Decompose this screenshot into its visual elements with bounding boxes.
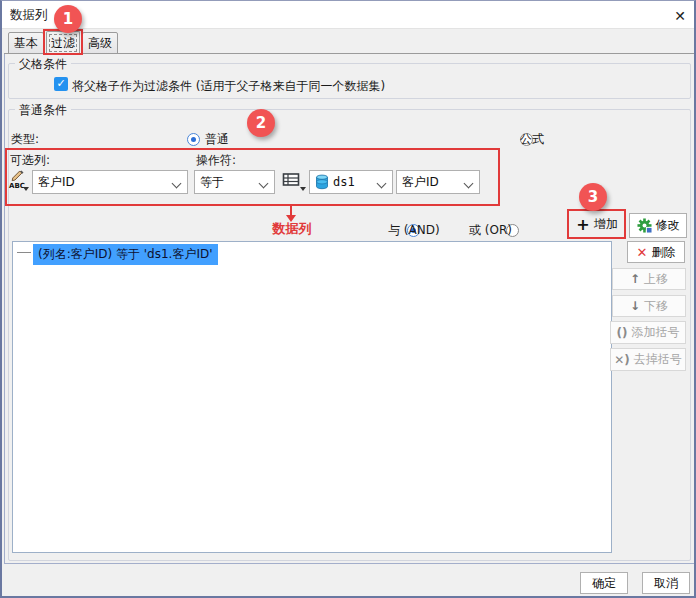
add-button[interactable]: + 增加 [571, 212, 623, 237]
dataset-select-value: ds1 [333, 175, 355, 189]
modify-button-label: 修改 [656, 217, 680, 234]
column-type-button[interactable]: ABC [8, 170, 31, 194]
remove-parentheses-button[interactable]: ✕) 去掉括号 [610, 348, 686, 371]
chevron-down-icon [172, 179, 182, 189]
delete-button[interactable]: ✕ 删除 [627, 241, 685, 263]
column-select-value: 客户ID [38, 174, 75, 191]
move-down-button-label: 下移 [644, 298, 668, 315]
checkbox-check-icon: ✓ [56, 77, 65, 90]
data-column-dialog: 数据列 ✕ 1 基本 过滤 高级 父格条件 ✓ 将父格子作为过滤条件 (适用于父… [0, 0, 696, 598]
radio-normal-label[interactable]: 普通 [205, 131, 229, 148]
remove-parentheses-label: 去掉括号 [634, 351, 682, 368]
gear-icon [637, 218, 652, 233]
tab-filter[interactable]: 过滤 [46, 31, 80, 55]
cancel-button-label: 取消 [654, 575, 678, 592]
parent-filter-checkbox[interactable]: ✓ [54, 77, 68, 91]
ok-button[interactable]: 确定 [580, 572, 628, 594]
data-column-table-icon [282, 171, 301, 189]
add-parentheses-button[interactable]: () 添加括号 [610, 321, 686, 344]
title-bar [2, 1, 694, 29]
move-up-button[interactable]: ↑ 上移 [612, 268, 686, 290]
dataset-column-select-value: 客户ID [402, 174, 439, 191]
add-button-label: 增加 [594, 216, 618, 233]
dataset-column-select[interactable]: 客户ID [396, 170, 480, 194]
condition-list[interactable]: (列名:客户ID) 等于 'ds1.客户ID' [12, 241, 612, 553]
tree-connector [17, 252, 31, 253]
radio-formula-label[interactable]: 公式 [520, 131, 544, 148]
tabstrip-divider [4, 53, 696, 54]
parent-condition-title: 父格条件 [15, 56, 71, 73]
tab-advanced-label: 高级 [88, 35, 112, 52]
operator-select[interactable]: 等于 [194, 170, 275, 194]
dataset-select[interactable]: ds1 [309, 170, 393, 194]
operator-label: 操作符: [196, 152, 236, 169]
remove-parentheses-icon: ✕) [614, 353, 630, 367]
chevron-down-icon [464, 179, 474, 189]
add-parentheses-label: 添加括号 [631, 324, 679, 341]
radio-and-label[interactable]: 与 (AND) [388, 222, 440, 239]
up-arrow-icon: ↑ [630, 272, 640, 286]
delete-x-icon: ✕ [637, 245, 648, 260]
chevron-down-icon [259, 179, 269, 189]
type-label: 类型: [11, 131, 39, 148]
step-badge-2: 2 [247, 109, 275, 137]
parentheses-icon: () [617, 326, 628, 340]
move-down-button[interactable]: ↓ 下移 [612, 295, 686, 317]
tab-filter-label: 过滤 [51, 35, 75, 52]
delete-button-label: 删除 [651, 244, 675, 261]
selectable-column-label: 可选列: [10, 152, 50, 169]
down-arrow-icon: ↓ [630, 299, 640, 313]
modify-button[interactable]: 修改 [629, 213, 687, 238]
column-select[interactable]: 客户ID [32, 170, 188, 194]
tab-advanced[interactable]: 高级 [82, 32, 118, 54]
operator-select-value: 等于 [200, 174, 224, 191]
normal-condition-title: 普通条件 [15, 102, 71, 119]
condition-list-item-selected[interactable]: (列名:客户ID) 等于 'ds1.客户ID' [33, 244, 218, 265]
move-up-button-label: 上移 [644, 271, 668, 288]
value-type-dropdown-arrow-icon [300, 187, 306, 191]
step-badge-3: 3 [579, 183, 607, 211]
value-type-data-column-button[interactable] [282, 171, 306, 193]
dialog-title: 数据列 [10, 7, 48, 24]
cancel-button[interactable]: 取消 [642, 572, 690, 594]
annotation-data-column-text: 数据列 [264, 220, 320, 238]
plus-icon: + [576, 219, 589, 231]
radio-or-label[interactable]: 或 (OR) [469, 222, 512, 239]
abc-dropdown-arrow-icon [23, 187, 29, 191]
chevron-down-icon [377, 179, 387, 189]
database-icon [315, 174, 329, 190]
parent-filter-checkbox-label: 将父格子作为过滤条件 (适用于父子格来自于同一个数据集) [72, 78, 385, 95]
tab-basic[interactable]: 基本 [8, 32, 44, 54]
ok-button-label: 确定 [592, 575, 616, 592]
step-badge-1: 1 [54, 5, 82, 33]
pencil-icon [11, 170, 25, 182]
radio-normal[interactable] [187, 133, 200, 146]
close-icon[interactable]: ✕ [670, 6, 690, 26]
tab-basic-label: 基本 [14, 35, 38, 52]
